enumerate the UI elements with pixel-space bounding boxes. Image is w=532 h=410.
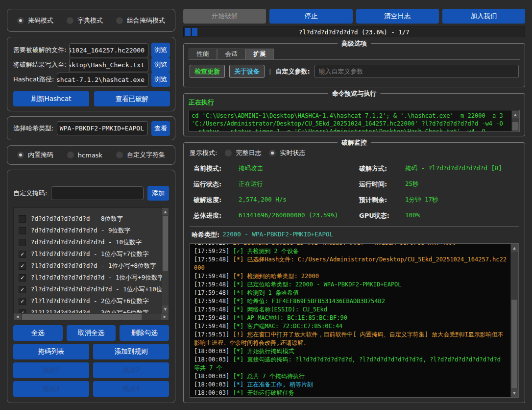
log-timestamp: [18:00:03] (194, 373, 233, 380)
custom-param-input[interactable] (314, 65, 519, 78)
log-message: [*] 直接勾选的掩码: ?l?d?d?d?d?d?d?d, ?l?d?d?d?… (194, 356, 504, 371)
view-hash-types-button[interactable]: 查看 (151, 121, 170, 136)
tab-session[interactable]: 会话 (217, 49, 245, 59)
scroll-up-icon[interactable]: ▲ (162, 208, 169, 215)
scroll-up-icon[interactable]: ▲ (511, 244, 518, 252)
scroll-thumb[interactable] (22, 314, 142, 320)
rule-4-button[interactable]: 规则4 (93, 381, 169, 397)
radio-icon-realtime-status[interactable] (269, 150, 276, 156)
log-timestamp: [18:00:03] (194, 356, 233, 363)
mask-row-8[interactable]: ✓?l?l?l?d?d?d?d?d - 3位小写+5位数字 (19, 307, 162, 313)
scroll-thumb[interactable] (163, 216, 168, 271)
radio-realtime-status[interactable]: 实时状态 (269, 149, 305, 157)
stat-value-2: 正在运行 (239, 180, 359, 189)
check-update-button[interactable]: 检查更新 (190, 65, 225, 78)
tab-performance[interactable]: 性能 (189, 49, 217, 59)
mask-row-6[interactable]: ✓?l?d?d?d?d?d?d?d?d?d?d - 1位小写+10位数字 (19, 283, 162, 295)
command-text: cd 'C:\Users\ADMINI~1\Desktop\HASHCA~1.4… (189, 110, 511, 131)
radio-dict-mode[interactable]: 字典模式 (67, 16, 103, 25)
mask-checkbox-0[interactable] (19, 215, 26, 223)
mask-list[interactable]: ?d?d?d?d?d?d?d?d - 8位数字?d?d?d?d?d?d?d?d?… (13, 207, 162, 313)
hashcat-path-input[interactable]: \hashcat-7.1.2\hashcat.exe (57, 73, 148, 87)
monitor-hash-type-value: 22000 - WPA-PBKDF2-PMKID+EAPOL (222, 231, 333, 239)
mask-row-0[interactable]: ?d?d?d?d?d?d?d?d - 8位数字 (19, 213, 162, 225)
radio-icon-builtin-mask[interactable] (17, 152, 24, 158)
radio-mask-mode[interactable]: 掩码模式 (17, 16, 53, 25)
radio-icon-hcmask[interactable] (67, 152, 74, 158)
mask-row-2[interactable]: ?d?d?d?d?d?d?d?d?d?d - 10位数字 (19, 236, 162, 248)
output-file-browse-button[interactable]: 浏览 (151, 57, 170, 72)
start-crack-button[interactable]: 开始破解 (183, 9, 266, 24)
scroll-track[interactable] (21, 313, 161, 320)
log-line-9: [17:59:48] [*] 网络名称(ESSID): CU_5Ekd (194, 306, 507, 314)
log-vscrollbar[interactable]: ▲ ▼ (510, 244, 518, 397)
add-mask-button[interactable]: 添加 (147, 186, 169, 201)
log-line-4: [17:59:48] [*] 已选择Hash文件: C:/Users/Admin… (194, 256, 507, 272)
radio-icon-full-log[interactable] (225, 150, 232, 156)
rule-3-button[interactable]: 规则3 (13, 381, 89, 397)
delete-checked-button[interactable]: 删除勾选 (120, 325, 169, 341)
rule-1-button[interactable]: 规则1 (13, 362, 89, 378)
mask-list-hscrollbar[interactable]: ◀ ▶ (13, 313, 169, 321)
add-to-rules-button[interactable]: 添加到规则 (93, 344, 169, 359)
rule-2-button[interactable]: 规则2 (93, 362, 169, 378)
log-area[interactable]: [17:59:25] 检测到的设备列表:[17:59:25] 1. Backen… (190, 243, 519, 398)
radio-icon-combo-mask-mode[interactable] (116, 17, 123, 24)
tab-extension[interactable]: 扩展 (245, 49, 274, 59)
mask-checkbox-4[interactable]: ✓ (19, 262, 26, 270)
command-textarea[interactable]: cd 'C:\Users\ADMINI~1\Desktop\HASHCA~1.4… (189, 110, 520, 132)
mask-checkbox-8[interactable]: ✓ (19, 309, 26, 314)
view-cracked-button[interactable]: 查看已破解 (94, 91, 170, 106)
mask-list-vscrollbar[interactable]: ▲ ▼ (162, 207, 169, 313)
about-device-button[interactable]: 关于设备 (229, 65, 265, 78)
radio-icon-custom-charset[interactable] (116, 152, 123, 158)
unselect-all-button[interactable]: 取消全选 (67, 325, 116, 341)
scroll-left-icon[interactable]: ◀ (14, 313, 21, 320)
mask-row-1[interactable]: ?d?d?d?d?d?d?d?d?d - 9位数字 (19, 225, 162, 236)
mask-row-3[interactable]: ✓?l?d?d?d?d?d?d?d - 1位小写+7位数字 (19, 248, 162, 260)
log-line-3: [17:59:25] [✓] 共检测到 2 个设备 (194, 247, 507, 256)
log-message: [*] 开始执行掩码模式 (233, 348, 294, 355)
radio-icon-mask-mode[interactable] (17, 17, 24, 24)
file-row-target-file: 需要被破解的文件:20251024_164257.hc22000浏览 (13, 43, 170, 57)
mask-checkbox-7[interactable]: ✓ (19, 298, 26, 305)
hashcat-path-browse-button[interactable]: 浏览 (151, 72, 170, 87)
radio-icon-dict-mode[interactable] (67, 17, 73, 24)
target-file-input[interactable]: 20251024_164257.hc22000 (69, 43, 148, 57)
radio-combo-mask-mode[interactable]: 组合掩码模式 (116, 16, 165, 25)
hash-type-select[interactable]: 0 - WPA-PBKDF2-PMKID+EAPOL (57, 121, 148, 135)
mask-checkbox-6[interactable]: ✓ (19, 286, 26, 293)
scroll-track[interactable] (162, 215, 169, 306)
output-file-input[interactable]: \Desktop\Hash_Check.txt (69, 58, 148, 72)
command-vscrollbar[interactable]: ▲ ▼ (511, 110, 519, 131)
mask-row-5[interactable]: ✓?l?d?d?d?d?d?d?d?d?d - 1位小写+9位数字 (19, 272, 162, 283)
join-us-button[interactable]: 加入我们 (442, 9, 525, 24)
scroll-down-icon[interactable]: ▼ (511, 389, 518, 397)
mask-row-7[interactable]: ✓?l?l?d?d?d?d?d?d - 2位小写+6位数字 (19, 295, 162, 307)
scroll-down-icon[interactable]: ▼ (162, 306, 169, 313)
radio-custom-charset[interactable]: 自定义字符集 (116, 151, 165, 159)
clear-log-button[interactable]: 清空日志 (356, 9, 439, 24)
stop-button[interactable]: 停止 (269, 9, 352, 24)
target-file-browse-button[interactable]: 浏览 (151, 43, 170, 57)
stat-value-6: 61341696/260000000 (23.59%) (239, 211, 359, 220)
scroll-up-icon[interactable]: ▲ (512, 111, 519, 118)
mask-list-button[interactable]: 掩码列表 (13, 344, 89, 359)
scroll-thumb[interactable] (512, 122, 518, 130)
mask-checkbox-5[interactable]: ✓ (19, 274, 26, 282)
select-all-button[interactable]: 全选 (13, 325, 63, 341)
radio-builtin-mask[interactable]: 内置掩码 (17, 151, 53, 159)
scroll-thumb[interactable] (511, 300, 517, 388)
scroll-track[interactable] (512, 118, 519, 124)
radio-hcmask[interactable]: hcmask (67, 152, 102, 159)
mask-checkbox-1[interactable] (19, 227, 26, 234)
mask-checkbox-3[interactable]: ✓ (19, 251, 26, 258)
refresh-hashcat-button[interactable]: 刷新Hashcat (13, 91, 89, 106)
scroll-track[interactable] (511, 252, 518, 389)
scroll-right-icon[interactable]: ▶ (161, 313, 169, 320)
radio-full-log[interactable]: 完整日志 (225, 149, 261, 157)
mask-checkbox-2[interactable] (19, 239, 26, 246)
custom-mask-input[interactable] (51, 186, 144, 200)
mask-row-4[interactable]: ✓?l?d?d?d?d?d?d?d?d - 1位小写+8位数字 (19, 260, 162, 272)
log-content: [17:59:25] 检测到的设备列表:[17:59:25] 1. Backen… (190, 244, 510, 397)
